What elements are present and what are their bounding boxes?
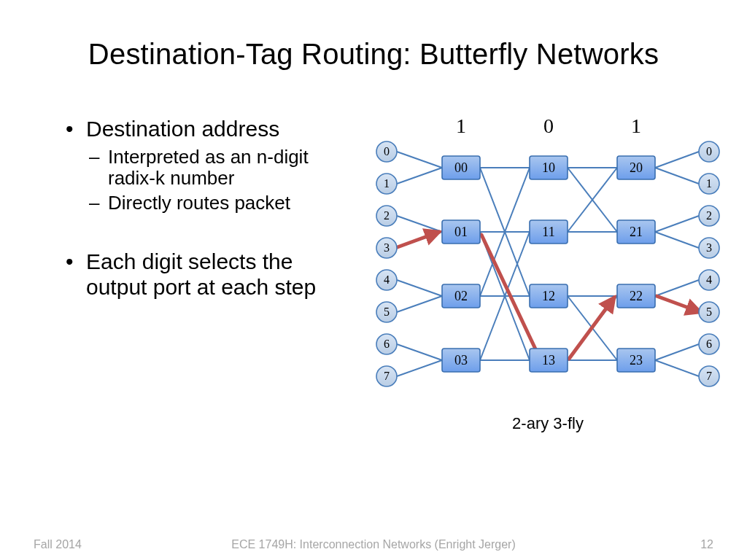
switch-label: 13 bbox=[542, 353, 555, 368]
svg-line-26 bbox=[655, 216, 699, 232]
bullet-each-digit: Each digit selects the output port at ea… bbox=[66, 249, 357, 300]
svg-line-31 bbox=[655, 360, 699, 376]
svg-line-5 bbox=[397, 296, 442, 312]
port-label: 1 bbox=[384, 177, 390, 190]
switch-label: 01 bbox=[454, 225, 468, 239]
svg-line-35 bbox=[657, 296, 700, 312]
port-label: 2 bbox=[384, 209, 390, 222]
diagram-caption: 2-ary 3-fly bbox=[369, 414, 727, 433]
slide-title: Destination-Tag Routing: Butterfly Netwo… bbox=[0, 38, 747, 71]
port-label: 6 bbox=[384, 338, 390, 350]
port-label: 7 bbox=[706, 370, 712, 382]
svg-line-32 bbox=[395, 232, 439, 248]
port-label: 2 bbox=[706, 209, 712, 222]
port-label: 3 bbox=[384, 241, 390, 254]
port-label: 0 bbox=[384, 145, 390, 158]
switch-label: 02 bbox=[454, 289, 468, 303]
svg-line-4 bbox=[397, 280, 442, 296]
port-label: 7 bbox=[384, 370, 390, 382]
digit-label-2: 1 bbox=[631, 114, 641, 137]
digit-label-0: 1 bbox=[456, 114, 466, 137]
switch-label: 20 bbox=[630, 160, 643, 175]
bullet-dest-address: Destination address bbox=[66, 117, 357, 142]
switch-label: 10 bbox=[542, 160, 555, 175]
port-label: 1 bbox=[706, 177, 712, 190]
switch-label: 21 bbox=[630, 225, 643, 239]
subbullet-routes: Directly routes packet bbox=[66, 192, 357, 214]
svg-line-6 bbox=[397, 344, 442, 360]
port-label: 6 bbox=[706, 338, 712, 350]
port-label: 0 bbox=[706, 145, 712, 158]
bullet-list: Destination address Interpreted as an n-… bbox=[66, 117, 357, 304]
switch-label: 12 bbox=[542, 289, 555, 303]
port-label: 5 bbox=[706, 306, 712, 318]
subbullet-radix: Interpreted as an n-digit radix-k number bbox=[66, 147, 357, 190]
svg-line-30 bbox=[655, 344, 699, 360]
switch-label: 00 bbox=[454, 160, 468, 175]
svg-line-28 bbox=[655, 280, 699, 296]
svg-line-24 bbox=[655, 152, 699, 168]
port-label: 3 bbox=[706, 241, 712, 254]
svg-line-27 bbox=[655, 232, 699, 248]
svg-line-7 bbox=[397, 360, 442, 376]
svg-line-0 bbox=[397, 152, 442, 168]
footer-course: ECE 1749H: Interconnection Networks (Enr… bbox=[0, 538, 747, 551]
svg-line-1 bbox=[397, 168, 442, 184]
footer-page: 12 bbox=[700, 538, 713, 551]
svg-line-2 bbox=[397, 216, 442, 232]
switch-label: 22 bbox=[630, 289, 643, 303]
digit-label-1: 0 bbox=[543, 114, 554, 137]
port-label: 4 bbox=[706, 273, 712, 286]
switch-label: 03 bbox=[454, 353, 468, 368]
port-label: 4 bbox=[384, 273, 390, 286]
switch-label: 23 bbox=[630, 353, 643, 368]
switch-label: 11 bbox=[542, 225, 554, 239]
svg-line-25 bbox=[655, 168, 699, 184]
butterfly-diagram: 0001020310111213202122230011223344556677… bbox=[369, 117, 727, 438]
port-label: 5 bbox=[384, 306, 390, 318]
